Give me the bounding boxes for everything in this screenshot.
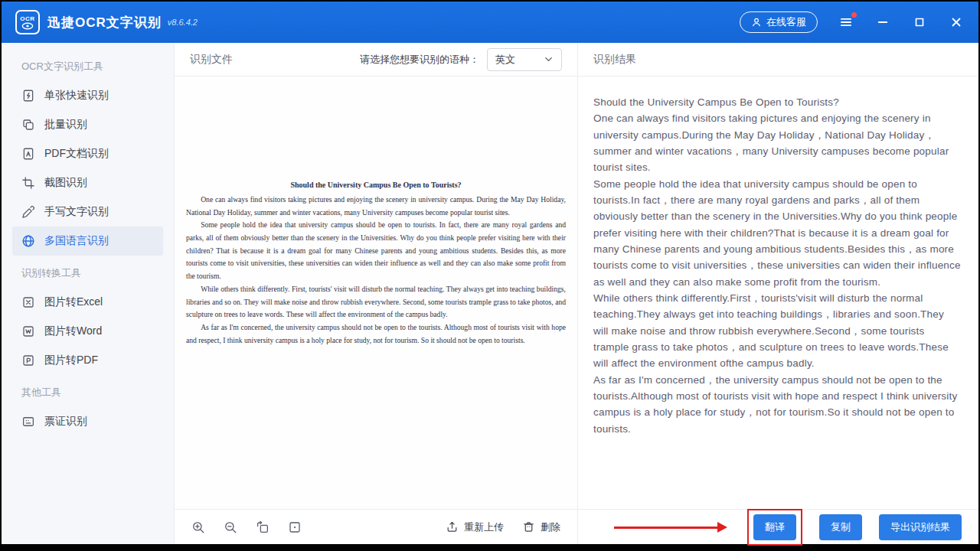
document-page: Should the University Campus Be Open to … <box>186 181 566 347</box>
maximize-icon <box>913 15 926 29</box>
close-icon <box>949 15 963 29</box>
sidebar-item[interactable]: 批量识别 <box>12 110 163 139</box>
result-paragraph: As far as I'm concerned，the university c… <box>593 372 962 437</box>
document-title: Should the University Campus Be Open to … <box>186 181 566 189</box>
logo-text: OCR <box>20 15 34 22</box>
menu-icon <box>839 15 853 29</box>
sidebar-item-label: 票证识别 <box>44 415 87 429</box>
sidebar-item[interactable]: 图片转Word <box>12 317 163 346</box>
titlebar: OCR 迅捷OCR文字识别 v8.6.4.2 在线客服 <box>2 2 978 43</box>
excel-icon <box>21 295 35 309</box>
sidebar-item-label: 截图识别 <box>44 176 87 190</box>
zoom-out-icon[interactable] <box>224 520 237 534</box>
document-paragraphs: One can always find visitors taking pict… <box>186 194 566 347</box>
sidebar-item[interactable]: 图片转Excel <box>12 288 163 317</box>
document-paragraph: Some people hold the idea that universit… <box>186 219 566 282</box>
rotate-icon[interactable] <box>256 520 270 534</box>
sidebar-item-label: 图片转PDF <box>44 354 98 367</box>
highlight-red-box: 翻译 <box>747 509 802 546</box>
sidebar-item[interactable]: 多国语言识别 <box>12 227 163 256</box>
pen-icon <box>21 205 35 219</box>
menu-button[interactable] <box>838 14 854 31</box>
delete-button[interactable]: 删除 <box>522 520 560 534</box>
close-button[interactable] <box>948 14 965 31</box>
delete-label: 删除 <box>541 520 560 534</box>
sidebar-item[interactable]: 票证识别 <box>12 407 163 436</box>
trash-icon <box>522 520 535 533</box>
sidebar-item[interactable]: PDF文档识别 <box>12 139 163 168</box>
panel-title-result: 识别结果 <box>593 53 636 67</box>
panel-title-file: 识别文件 <box>190 53 233 67</box>
upload-icon <box>446 520 459 533</box>
sidebar-item[interactable]: 图片转PDF <box>12 346 163 375</box>
maximize-button[interactable] <box>911 14 928 31</box>
person-icon <box>751 17 762 28</box>
minimize-button[interactable] <box>874 14 891 31</box>
sidebar-item-label: 多国语言识别 <box>44 234 109 248</box>
reupload-button[interactable]: 重新上传 <box>446 520 504 534</box>
single-image-icon <box>21 89 35 103</box>
sidebar-section-header: 其他工具 <box>2 375 174 407</box>
ticket-icon <box>21 415 35 429</box>
app-window: OCR 迅捷OCR文字识别 v8.6.4.2 在线客服 <box>2 2 978 544</box>
sidebar-item[interactable]: 手写文字识别 <box>12 197 163 227</box>
fit-to-screen-icon[interactable] <box>288 520 302 534</box>
eye-icon <box>21 22 34 30</box>
result-paragraph: One can always find visitors taking pict… <box>593 110 962 175</box>
app-title: 迅捷OCR文字识别 <box>47 14 162 31</box>
copy-button[interactable]: 复制 <box>819 514 862 540</box>
result-paragraph: While others think differently.First，tou… <box>593 290 962 372</box>
sidebar-item[interactable]: 单张快速识别 <box>12 81 163 110</box>
language-select-value: 英文 <box>495 53 515 67</box>
result-paragraph: Some people hold the idea that universit… <box>593 176 962 290</box>
app-logo: OCR <box>15 10 40 34</box>
translate-button[interactable]: 翻译 <box>753 514 796 540</box>
document-paragraph: While others think differently. First, t… <box>186 283 566 321</box>
sidebar-item-label: 单张快速识别 <box>44 89 109 103</box>
language-select[interactable]: 英文 <box>487 48 562 71</box>
result-text[interactable]: Should the University Campus Be Open to … <box>578 77 978 509</box>
batch-icon <box>21 118 35 132</box>
export-result-button[interactable]: 导出识别结果 <box>879 514 962 540</box>
highlight-arrow <box>614 522 727 533</box>
sidebar-item-label: PDF文档识别 <box>44 147 109 161</box>
chevron-down-icon <box>544 54 554 64</box>
sidebar-item-label: 图片转Word <box>44 324 102 338</box>
sidebar-section-header: OCR文字识别工具 <box>2 49 174 81</box>
language-select-label: 请选择您想要识别的语种： <box>360 53 479 67</box>
globe-icon <box>21 234 35 248</box>
sidebar-item[interactable]: 截图识别 <box>12 168 163 197</box>
sidebar-section-header: 识别转换工具 <box>2 256 174 288</box>
sidebar-item-label: 批量识别 <box>44 118 87 132</box>
online-service-button[interactable]: 在线客服 <box>740 11 818 33</box>
document-paragraph: One can always find visitors taking pict… <box>186 194 566 219</box>
pdf-convert-icon <box>21 354 35 367</box>
notification-dot <box>851 12 857 18</box>
crop-icon <box>21 176 35 190</box>
online-service-label: 在线客服 <box>766 15 806 29</box>
pdf-doc-icon <box>21 147 35 161</box>
sidebar: OCR文字识别工具 单张快速识别 批量识别 PDF文档识别 截图识别 手写文字识… <box>2 43 175 544</box>
recognition-result-panel: 识别结果 Should the University Campus Be Ope… <box>578 43 978 544</box>
sidebar-item-label: 手写文字识别 <box>44 205 109 219</box>
minimize-icon <box>876 15 890 29</box>
word-icon <box>21 324 35 338</box>
sidebar-item-label: 图片转Excel <box>44 295 103 309</box>
recognition-file-panel: 识别文件 请选择您想要识别的语种： 英文 Should the Universi… <box>175 43 578 544</box>
result-paragraph: Should the University Campus Be Open to … <box>593 94 962 110</box>
zoom-in-icon[interactable] <box>191 520 205 534</box>
document-preview: Should the University Campus Be Open to … <box>175 77 577 509</box>
reupload-label: 重新上传 <box>464 520 504 534</box>
app-version: v8.6.4.2 <box>168 18 198 27</box>
document-paragraph: As far as I'm concerned, the university … <box>186 321 566 347</box>
